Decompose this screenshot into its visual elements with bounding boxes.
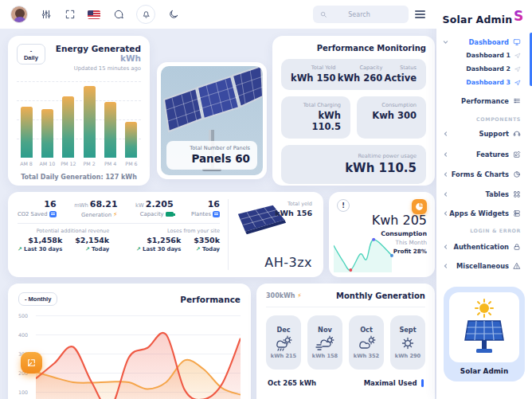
battery-icon [166,212,174,217]
sidebar: Solar Admin S Dashboard Dashboard 1 Dash… [436,0,532,399]
export-chart-button[interactable] [21,352,42,374]
sidebar-item-performance[interactable]: Performance [436,94,532,108]
sidebar-item-apps-widgets[interactable]: Apps & Widgets [436,206,532,220]
pm-value: kWh 150 [291,72,336,84]
chevron-left-icon [443,151,448,157]
daily-filter-button[interactable]: - Daily [17,44,45,65]
chevron-left-icon [443,131,448,136]
performance-monitoring-card: Performance Monitoring Total Yeld kWh 15… [272,36,435,186]
pm-value: Kwh 300 [366,110,417,121]
sidebar-item-miscellaneous[interactable]: Miscellaneous [436,259,532,272]
pie-chart-icon [513,170,521,178]
info-icon[interactable]: ! [337,199,350,212]
rain-sun-icon [274,335,293,351]
search-icon [320,11,327,18]
monthly-generation-title: Monthly Generation [336,291,425,300]
brand-s-logo: S [514,9,526,23]
solar-panels-image: Total Number of Panels Panels 60 [161,66,263,175]
svg-text:S: S [514,9,523,23]
pm-value: kWh 110.5 [291,110,341,132]
metric-plantes: 16 Plantes [191,199,220,218]
send-icon [514,53,521,59]
sidebar-item-support[interactable]: Support [436,127,532,140]
brand-logo[interactable]: Solar Admin S [436,0,532,25]
month-tile-nov[interactable]: Nov kWh 158 [307,315,342,370]
warning-icon [513,262,521,270]
chevron-down-icon [443,39,448,45]
pm-stat-consumption: Consumption Kwh 300 [357,96,426,139]
month-tile-sept[interactable]: Sept kWh 290 [390,315,425,370]
spark-dot [349,268,352,272]
notifications-bell-icon[interactable] [136,5,155,24]
sidebar-item-dashboard[interactable]: Dashboard [436,35,532,49]
sidebar-item-features[interactable]: Features [436,147,532,161]
pm-stat-realtime: Realtime power usage kWh 110.5 [281,145,426,184]
chat-badge-icon [213,211,220,217]
monthly-footer-right: Maximal Used [364,379,424,387]
bar-pm2 [83,81,96,158]
chevron-left-icon [443,244,448,249]
pm-label: Total Charging [291,102,341,108]
pm-value: kWh 260 [338,72,383,84]
total-panels-card: Total Number of Panels Panels 60 [157,62,267,179]
pm-value: kWh 110.5 [291,161,417,175]
edit-icon [513,151,521,158]
energy-bar-chart [17,81,141,158]
sidebar-item-dashboard-2[interactable]: Dashboard 2 [436,62,532,76]
sidebar-item-forms-charts[interactable]: Forms & Charts [436,167,532,181]
panels-count: Panels 60 [174,152,250,165]
pm-label: Total Yeld [291,65,336,71]
solar-admin-promo-card[interactable]: Solar Admin [444,287,525,381]
pm-stat-charging: Total Charging kWh 110.5 [281,96,350,139]
spark-dot [390,254,393,257]
language-flag-icon[interactable] [88,10,100,19]
chat-icon[interactable] [112,9,124,21]
sidebar-item-authentication[interactable]: Authentication [436,240,532,253]
monthly-generation-card: 300kWh ⚡ Monthly Generation Dec kWh 215 … [256,284,435,399]
search-bar[interactable] [313,6,409,23]
performance-line-chart: 500 400 300 200 100 [36,315,241,399]
performance-monitoring-title: Performance Monitoring [281,44,426,53]
lightning-icon: ⚡ [297,292,302,299]
solar-panel-promo-icon [460,299,508,356]
sidebar-item-dashboard-3[interactable]: Dashboard 3 [436,76,532,89]
pm-label: Consumption [366,102,417,108]
topbar [0,0,436,29]
search-input[interactable] [327,11,391,18]
widgets-icon [513,209,521,217]
chevron-left-icon [443,210,448,216]
monthly-badge: 300kWh ⚡ [266,292,302,299]
consumption-value: Kwh 205 [372,213,427,228]
lock-icon [513,243,521,251]
menu-hamburger-icon[interactable] [415,10,425,18]
dark-mode-moon-icon[interactable] [167,9,179,21]
performance-chart-title: Performance [180,295,241,304]
tables-icon [513,190,521,198]
spark-dot [372,238,375,241]
panel-code: AH-3zx [264,255,312,270]
panels-caption: Total Number of Panels [174,145,250,151]
sliders-icon[interactable] [40,9,52,21]
sidebar-item-dashboard-1[interactable]: Dashboard 1 [436,49,532,62]
bar-am10 [41,81,53,158]
user-avatar[interactable] [10,6,28,23]
cloud-sun-icon [357,335,376,351]
bar-am8 [20,81,33,158]
wind-sun-icon [315,335,334,351]
rows-icon [513,97,521,105]
sun-icon [398,335,417,351]
month-tile-oct[interactable]: Oct kWh 352 [349,315,384,370]
month-tile-dec[interactable]: Dec kWh 215 [266,315,301,370]
monthly-filter-button[interactable]: - Monthly [18,292,57,306]
chevron-left-icon [443,171,448,177]
chevron-left-icon [443,263,448,268]
fullscreen-icon[interactable] [64,9,76,21]
sidebar-item-tables[interactable]: Tables [436,187,532,201]
consumption-card: ! Kwh 205 Consumption This Month Profit … [329,192,435,277]
promo-label: Solar Admin [449,367,519,375]
metric-capacity: kW2.205 Capacity [135,199,173,218]
revenue-group: Potential additional revenue $1,458k ↗ L… [18,228,109,252]
metric-co2-saved: 16 CO2 Saved [18,199,57,218]
brand-name: Solar Admin [443,14,513,25]
section-label-components: COMPONENTS [436,116,532,122]
